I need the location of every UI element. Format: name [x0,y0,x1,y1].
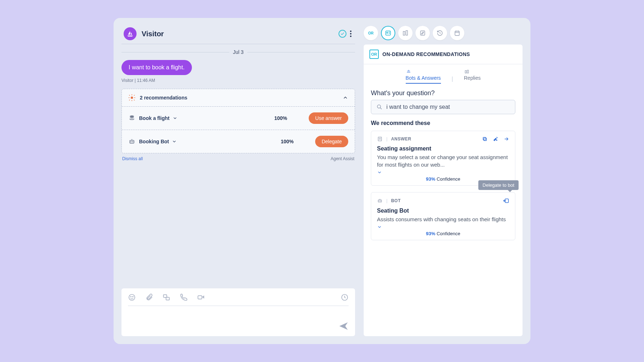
tab-bots-answers[interactable]: Bots & Answers [406,69,441,84]
tabs: Bots & Answers | Replies [364,64,523,86]
delegate-bot-icon[interactable] [503,198,509,204]
svg-rect-23 [403,32,405,36]
svg-point-12 [133,141,133,142]
question-prompt: What's your question? [364,86,523,100]
svg-point-14 [129,294,135,301]
visitor-avatar[interactable] [124,27,137,40]
chevron-down-icon[interactable] [172,116,178,121]
card-type: ANSWER [391,136,411,141]
svg-rect-18 [166,297,169,300]
recommendations-footer: Dismiss all Agent Assist [121,153,355,164]
composer-input-area[interactable] [128,306,349,331]
svg-line-36 [380,108,382,109]
delegate-button[interactable]: Delegate [315,136,348,147]
widget-history[interactable] [433,26,447,40]
bot-icon [128,138,136,145]
svg-point-9 [130,116,134,117]
svg-point-22 [387,32,388,33]
recommendations-count: 2 recommendations [140,95,187,101]
chat-header-actions [339,29,353,38]
use-answer-button[interactable]: Use answer [309,112,348,124]
video-icon[interactable] [197,293,205,301]
more-menu-button[interactable] [349,29,353,38]
chat-panel: Visitor Jul 3 I want to book a flight. V… [121,26,355,336]
attachment-icon[interactable] [145,293,153,301]
chevron-up-icon [342,95,348,101]
svg-point-11 [131,141,132,142]
send-icon[interactable] [339,321,349,331]
card-bot: Delegate to bot | BOT Seating Bot Assist… [371,192,515,240]
date-divider: Jul 3 [121,44,355,60]
document-icon [377,136,383,142]
svg-rect-26 [455,31,459,36]
widget-profile[interactable] [381,26,395,40]
expand-card-icon[interactable] [377,224,509,229]
recommendations-header[interactable]: 2 recommendations [122,89,355,107]
svg-rect-19 [198,296,202,299]
chevron-down-icon[interactable] [172,139,177,144]
tab-replies[interactable]: Replies [464,69,481,84]
agent-assist-label: Agent Assist [331,156,354,161]
svg-line-7 [134,95,135,96]
recommendations-panel: OR ON-DEMAND RECOMMENDATIONS Bots & Answ… [364,45,523,336]
svg-line-8 [129,100,130,101]
svg-rect-10 [130,140,134,143]
send-action-icon[interactable] [503,136,509,142]
edit-send-icon[interactable] [493,136,498,142]
card-desc: Assists consumers with changing seats on… [377,215,509,223]
rec-name: Booking Bot [139,139,169,144]
rec-score: 100% [281,139,294,144]
rec-panel-header: OR ON-DEMAND RECOMMENDATIONS [364,45,523,64]
transfer-icon[interactable] [162,293,170,301]
recommendations-box: 2 recommendations Book a flight 100% Use… [121,89,355,153]
composer-toolbar [128,293,349,306]
widget-or[interactable]: OR [364,26,378,40]
rec-row-bot: Booking Bot 100% Delegate [122,130,355,153]
widget-building[interactable] [398,26,413,40]
expand-card-icon[interactable] [377,170,509,175]
rec-panel-title: ON-DEMAND RECOMMENDATIONS [382,51,470,57]
svg-rect-34 [467,70,469,73]
svg-rect-40 [484,138,486,140]
svg-rect-37 [378,137,381,141]
chat-title: Visitor [142,30,164,38]
visitor-message: I want to book a flight. [121,60,192,75]
widget-edit[interactable] [415,26,430,40]
clock-icon[interactable] [341,293,349,301]
delegate-tooltip: Delegate to bot [478,180,519,190]
search-input[interactable] [386,104,510,110]
card-actions [503,198,509,204]
emoji-icon[interactable] [128,293,136,301]
svg-point-16 [133,296,133,297]
verified-icon[interactable] [339,30,346,38]
recommend-title: We recommend these [364,120,523,131]
date-label: Jul 3 [233,49,244,55]
rec-row-answer: Book a flight 100% Use answer [122,107,355,130]
card-title: Seating Bot [377,208,509,214]
card-header: | ANSWER [377,136,509,142]
card-title: Seating assignment [377,145,509,152]
svg-rect-33 [465,71,466,73]
search-icon [376,104,383,110]
svg-rect-25 [420,31,425,35]
stack-icon [128,115,136,122]
widget-calendar[interactable] [450,26,464,40]
message-meta: Visitor | 11:46 AM [121,78,355,83]
svg-rect-41 [483,137,486,140]
copy-icon[interactable] [482,136,488,142]
svg-point-0 [131,97,133,99]
tab-separator: | [452,69,453,84]
card-actions [482,136,509,142]
dismiss-all-link[interactable]: Dismiss all [122,156,143,161]
side-panel: OR OR ON-DEMAND RECOMMENDATIONS [364,26,523,336]
svg-point-35 [377,105,381,108]
svg-line-6 [134,100,135,101]
search-box[interactable] [371,100,515,114]
svg-point-15 [130,296,131,297]
app-frame: Visitor Jul 3 I want to book a flight. V… [114,18,530,344]
phone-icon[interactable] [180,293,188,301]
sun-icon [128,94,135,101]
card-answer: | ANSWER Seating assignment You may sele… [371,131,515,186]
svg-point-44 [380,201,381,201]
sailboat-icon [126,30,134,37]
